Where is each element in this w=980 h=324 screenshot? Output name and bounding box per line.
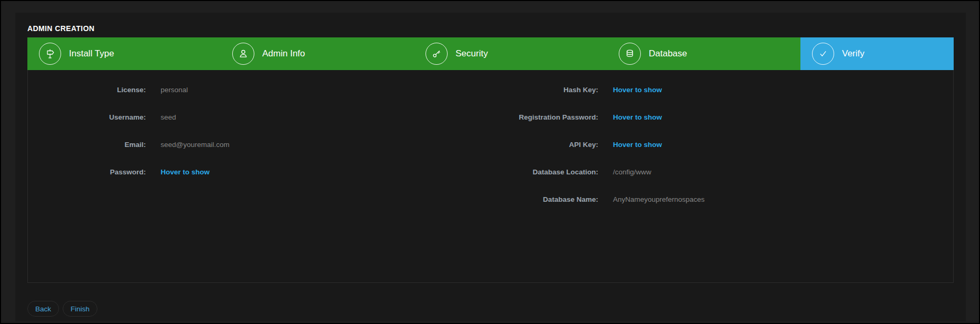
page-title: ADMIN CREATION [27, 24, 954, 33]
step-label: Verify [842, 48, 865, 59]
field-label: Password: [28, 168, 146, 176]
field-value: /config/www [613, 168, 651, 176]
user-icon [232, 43, 254, 65]
field-label: Registration Password: [492, 113, 598, 121]
summary-row-license: License: personal [28, 86, 492, 99]
verify-summary: License: personal Username: seed Email: … [27, 70, 954, 283]
summary-column-right: Hash Key: Hover to show Registration Pas… [492, 86, 956, 223]
finish-button[interactable]: Finish [63, 301, 97, 317]
hover-to-show-value[interactable]: Hover to show [613, 86, 662, 94]
back-button[interactable]: Back [27, 301, 59, 317]
step-label: Install Type [69, 48, 114, 59]
field-label: Username: [28, 113, 146, 121]
field-value: seed [161, 113, 176, 121]
summary-row-hash-key: Hash Key: Hover to show [492, 86, 956, 99]
summary-row-registration-password: Registration Password: Hover to show [492, 113, 956, 126]
summary-row-username: Username: seed [28, 113, 492, 126]
wizard-step-verify[interactable]: Verify [800, 37, 954, 70]
step-label: Admin Info [262, 48, 305, 59]
hover-to-show-value[interactable]: Hover to show [161, 168, 210, 176]
field-label: API Key: [492, 141, 598, 149]
field-value: personal [161, 86, 188, 94]
field-value: AnyNameyouprefernospaces [613, 195, 705, 203]
database-icon [619, 43, 641, 65]
summary-row-database-location: Database Location: /config/www [492, 168, 956, 181]
field-label: Hash Key: [492, 86, 598, 94]
hover-to-show-value[interactable]: Hover to show [613, 113, 662, 121]
wizard-step-bar: Install Type Admin Info [27, 37, 954, 70]
step-label: Database [649, 48, 687, 59]
field-label: License: [28, 86, 146, 94]
admin-creation-screen: ADMIN CREATION Install Type [0, 0, 980, 324]
field-label: Database Name: [492, 195, 598, 203]
field-value: seed@youremail.com [161, 141, 230, 149]
wizard-footer: Back Finish [27, 301, 954, 317]
field-label: Database Location: [492, 168, 598, 176]
summary-row-api-key: API Key: Hover to show [492, 141, 956, 153]
wizard-step-admin-info[interactable]: Admin Info [221, 37, 414, 70]
step-label: Security [456, 48, 488, 59]
signpost-icon [39, 43, 61, 65]
summary-row-email: Email: seed@youremail.com [28, 141, 492, 153]
hover-to-show-value[interactable]: Hover to show [613, 141, 662, 149]
key-icon [425, 43, 448, 65]
summary-column-left: License: personal Username: seed Email: … [28, 86, 492, 223]
wizard-step-security[interactable]: Security [414, 37, 607, 70]
summary-row-password: Password: Hover to show [28, 168, 492, 181]
wizard-step-database[interactable]: Database [607, 37, 800, 70]
check-icon [812, 43, 834, 65]
field-label: Email: [28, 141, 146, 149]
wizard-step-install-type[interactable]: Install Type [27, 37, 221, 70]
admin-creation-panel: ADMIN CREATION Install Type [15, 13, 966, 321]
summary-row-database-name: Database Name: AnyNameyouprefernospaces [492, 195, 956, 208]
